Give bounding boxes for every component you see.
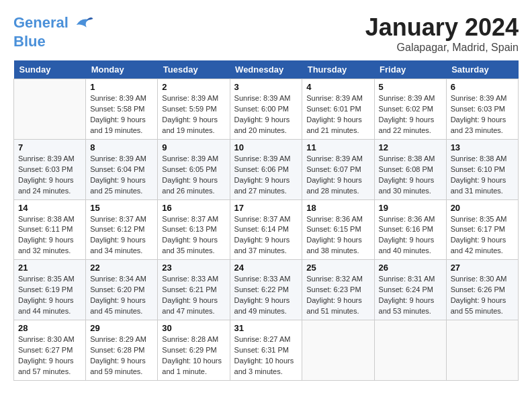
- day-number: 27: [451, 263, 514, 273]
- day-number: 11: [306, 142, 369, 152]
- weekday-header-tuesday: Tuesday: [158, 60, 230, 79]
- day-number: 26: [379, 263, 442, 273]
- page-header: General Blue January 2024 Galapagar, Mad…: [13, 13, 519, 54]
- day-info: Sunrise: 8:39 AM Sunset: 6:04 PM Dayligh…: [90, 154, 153, 197]
- day-number: 10: [234, 142, 298, 152]
- day-info: Sunrise: 8:39 AM Sunset: 6:07 PM Dayligh…: [306, 154, 369, 197]
- day-info: Sunrise: 8:29 AM Sunset: 6:28 PM Dayligh…: [90, 334, 153, 377]
- calendar-week-4: 21Sunrise: 8:35 AM Sunset: 6:19 PM Dayli…: [14, 260, 519, 320]
- day-number: 16: [162, 203, 225, 213]
- day-number: 4: [306, 82, 369, 92]
- day-info: Sunrise: 8:36 AM Sunset: 6:16 PM Dayligh…: [379, 214, 442, 257]
- calendar-cell: 17Sunrise: 8:37 AM Sunset: 6:14 PM Dayli…: [230, 199, 302, 260]
- logo-text: General Blue: [13, 13, 94, 50]
- day-number: 30: [162, 323, 225, 333]
- calendar-cell: 24Sunrise: 8:33 AM Sunset: 6:22 PM Dayli…: [230, 260, 302, 320]
- day-info: Sunrise: 8:28 AM Sunset: 6:29 PM Dayligh…: [162, 334, 225, 377]
- calendar-cell: 28Sunrise: 8:30 AM Sunset: 6:27 PM Dayli…: [14, 320, 86, 381]
- day-info: Sunrise: 8:36 AM Sunset: 6:15 PM Dayligh…: [306, 214, 369, 257]
- calendar-cell: 7Sunrise: 8:39 AM Sunset: 6:03 PM Daylig…: [14, 139, 86, 199]
- day-info: Sunrise: 8:32 AM Sunset: 6:23 PM Dayligh…: [306, 274, 369, 317]
- calendar-cell: 20Sunrise: 8:35 AM Sunset: 6:17 PM Dayli…: [446, 199, 518, 260]
- day-info: Sunrise: 8:39 AM Sunset: 6:01 PM Dayligh…: [306, 93, 369, 136]
- day-number: 19: [379, 203, 442, 213]
- day-info: Sunrise: 8:30 AM Sunset: 6:26 PM Dayligh…: [451, 274, 514, 317]
- calendar-cell: 8Sunrise: 8:39 AM Sunset: 6:04 PM Daylig…: [86, 139, 158, 199]
- calendar-cell: [446, 320, 518, 381]
- day-info: Sunrise: 8:37 AM Sunset: 6:12 PM Dayligh…: [90, 214, 153, 257]
- day-number: 28: [18, 323, 81, 333]
- day-info: Sunrise: 8:39 AM Sunset: 6:02 PM Dayligh…: [379, 93, 442, 136]
- weekday-header-monday: Monday: [86, 60, 158, 79]
- day-info: Sunrise: 8:38 AM Sunset: 6:11 PM Dayligh…: [18, 214, 81, 257]
- day-number: 29: [90, 323, 153, 333]
- day-info: Sunrise: 8:37 AM Sunset: 6:13 PM Dayligh…: [162, 214, 225, 257]
- weekday-header-friday: Friday: [374, 60, 446, 79]
- calendar-cell: 5Sunrise: 8:39 AM Sunset: 6:02 PM Daylig…: [374, 79, 446, 140]
- calendar-cell: 11Sunrise: 8:39 AM Sunset: 6:07 PM Dayli…: [302, 139, 374, 199]
- calendar-cell: 19Sunrise: 8:36 AM Sunset: 6:16 PM Dayli…: [374, 199, 446, 260]
- day-info: Sunrise: 8:37 AM Sunset: 6:14 PM Dayligh…: [234, 214, 298, 257]
- calendar-cell: 30Sunrise: 8:28 AM Sunset: 6:29 PM Dayli…: [158, 320, 230, 381]
- day-number: 20: [451, 203, 514, 213]
- day-info: Sunrise: 8:35 AM Sunset: 6:17 PM Dayligh…: [451, 214, 514, 257]
- day-number: 18: [306, 203, 369, 213]
- day-info: Sunrise: 8:39 AM Sunset: 5:58 PM Dayligh…: [90, 93, 153, 136]
- day-info: Sunrise: 8:39 AM Sunset: 6:00 PM Dayligh…: [234, 93, 298, 136]
- day-info: Sunrise: 8:33 AM Sunset: 6:21 PM Dayligh…: [162, 274, 225, 317]
- day-info: Sunrise: 8:39 AM Sunset: 6:03 PM Dayligh…: [18, 154, 81, 197]
- day-number: 23: [162, 263, 225, 273]
- calendar-week-1: 1Sunrise: 8:39 AM Sunset: 5:58 PM Daylig…: [14, 79, 519, 140]
- calendar-cell: 27Sunrise: 8:30 AM Sunset: 6:26 PM Dayli…: [446, 260, 518, 320]
- weekday-header-row: SundayMondayTuesdayWednesdayThursdayFrid…: [14, 60, 519, 79]
- day-number: 3: [234, 82, 298, 92]
- calendar-cell: 14Sunrise: 8:38 AM Sunset: 6:11 PM Dayli…: [14, 199, 86, 260]
- day-number: 14: [18, 203, 81, 213]
- calendar-week-2: 7Sunrise: 8:39 AM Sunset: 6:03 PM Daylig…: [14, 139, 519, 199]
- calendar-cell: 26Sunrise: 8:31 AM Sunset: 6:24 PM Dayli…: [374, 260, 446, 320]
- day-number: 2: [162, 82, 225, 92]
- day-number: 12: [379, 142, 442, 152]
- calendar-cell: 3Sunrise: 8:39 AM Sunset: 6:00 PM Daylig…: [230, 79, 302, 140]
- day-number: 8: [90, 142, 153, 152]
- calendar-cell: 13Sunrise: 8:38 AM Sunset: 6:10 PM Dayli…: [446, 139, 518, 199]
- calendar-cell: [374, 320, 446, 381]
- day-info: Sunrise: 8:38 AM Sunset: 6:10 PM Dayligh…: [451, 154, 514, 197]
- day-info: Sunrise: 8:39 AM Sunset: 6:03 PM Dayligh…: [451, 93, 514, 136]
- day-info: Sunrise: 8:35 AM Sunset: 6:19 PM Dayligh…: [18, 274, 81, 317]
- calendar-cell: 22Sunrise: 8:34 AM Sunset: 6:20 PM Dayli…: [86, 260, 158, 320]
- calendar-table: SundayMondayTuesdayWednesdayThursdayFrid…: [13, 60, 519, 381]
- calendar-cell: 4Sunrise: 8:39 AM Sunset: 6:01 PM Daylig…: [302, 79, 374, 140]
- day-info: Sunrise: 8:34 AM Sunset: 6:20 PM Dayligh…: [90, 274, 153, 317]
- weekday-header-wednesday: Wednesday: [230, 60, 302, 79]
- calendar-cell: 9Sunrise: 8:39 AM Sunset: 6:05 PM Daylig…: [158, 139, 230, 199]
- calendar-cell: 21Sunrise: 8:35 AM Sunset: 6:19 PM Dayli…: [14, 260, 86, 320]
- calendar-cell: 2Sunrise: 8:39 AM Sunset: 5:59 PM Daylig…: [158, 79, 230, 140]
- calendar-week-3: 14Sunrise: 8:38 AM Sunset: 6:11 PM Dayli…: [14, 199, 519, 260]
- weekday-header-saturday: Saturday: [446, 60, 518, 79]
- day-number: 25: [306, 263, 369, 273]
- calendar-cell: 23Sunrise: 8:33 AM Sunset: 6:21 PM Dayli…: [158, 260, 230, 320]
- main-title: January 2024: [365, 13, 519, 42]
- calendar-cell: [14, 79, 86, 140]
- day-info: Sunrise: 8:38 AM Sunset: 6:08 PM Dayligh…: [379, 154, 442, 197]
- calendar-cell: 16Sunrise: 8:37 AM Sunset: 6:13 PM Dayli…: [158, 199, 230, 260]
- day-info: Sunrise: 8:31 AM Sunset: 6:24 PM Dayligh…: [379, 274, 442, 317]
- calendar-cell: 15Sunrise: 8:37 AM Sunset: 6:12 PM Dayli…: [86, 199, 158, 260]
- day-number: 21: [18, 263, 81, 273]
- calendar-cell: [302, 320, 374, 381]
- calendar-cell: 29Sunrise: 8:29 AM Sunset: 6:28 PM Dayli…: [86, 320, 158, 381]
- day-number: 7: [18, 142, 81, 152]
- day-info: Sunrise: 8:39 AM Sunset: 5:59 PM Dayligh…: [162, 93, 225, 136]
- calendar-cell: 12Sunrise: 8:38 AM Sunset: 6:08 PM Dayli…: [374, 139, 446, 199]
- day-info: Sunrise: 8:39 AM Sunset: 6:06 PM Dayligh…: [234, 154, 298, 197]
- day-number: 9: [162, 142, 225, 152]
- day-number: 13: [451, 142, 514, 152]
- day-number: 22: [90, 263, 153, 273]
- day-number: 1: [90, 82, 153, 92]
- weekday-header-thursday: Thursday: [302, 60, 374, 79]
- calendar-cell: 25Sunrise: 8:32 AM Sunset: 6:23 PM Dayli…: [302, 260, 374, 320]
- day-info: Sunrise: 8:39 AM Sunset: 6:05 PM Dayligh…: [162, 154, 225, 197]
- day-info: Sunrise: 8:33 AM Sunset: 6:22 PM Dayligh…: [234, 274, 298, 317]
- day-number: 5: [379, 82, 442, 92]
